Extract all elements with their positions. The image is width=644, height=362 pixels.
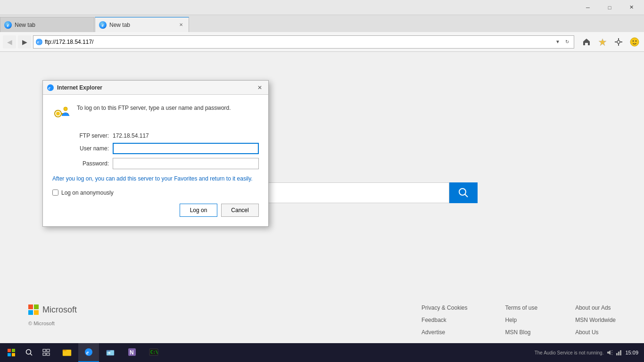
svg-rect-9: [615, 41, 617, 42]
toolbar-right: [580, 35, 641, 49]
tab-2[interactable]: New tab ✕: [95, 17, 189, 32]
svg-rect-30: [43, 349, 46, 352]
svg-text:e: e: [86, 349, 89, 356]
taskbar-onenote[interactable]: N: [122, 343, 142, 362]
home-icon[interactable]: [580, 35, 593, 49]
back-button[interactable]: ◀: [3, 35, 16, 49]
maximize-button[interactable]: □: [599, 0, 620, 15]
taskbar-terminal[interactable]: C:\>: [143, 343, 164, 362]
svg-rect-10: [620, 41, 622, 42]
svg-rect-25: [12, 349, 15, 352]
ie-globe-icon: e: [35, 38, 43, 46]
taskbar-ie[interactable]: e: [78, 343, 99, 362]
svg-line-47: [611, 354, 612, 355]
tools-icon[interactable]: [612, 35, 625, 49]
ftp-server-value: 172.18.54.117: [113, 132, 259, 139]
svg-rect-33: [47, 353, 50, 355]
taskbar-folder[interactable]: [100, 343, 121, 362]
refresh-btn-addr[interactable]: ↻: [562, 37, 572, 47]
svg-point-12: [633, 40, 634, 41]
taskbar-file-explorer[interactable]: [57, 343, 77, 362]
dialog-buttons: Log on Cancel: [52, 204, 259, 217]
svg-line-29: [30, 354, 32, 355]
favorites-icon[interactable]: [596, 35, 609, 49]
svg-text:e: e: [49, 85, 51, 90]
address-dropdown-btn[interactable]: ▼: [553, 37, 562, 47]
svg-rect-39: [107, 350, 110, 352]
password-label: Password:: [52, 160, 109, 167]
ie-tab-icon-1: [4, 21, 12, 29]
taskbar-tray: The Audio Service is not running. 15:09: [531, 349, 642, 356]
svg-line-45: [611, 350, 612, 351]
title-bar-buttons: ─ □ ✕: [577, 0, 642, 15]
svg-rect-27: [12, 353, 15, 356]
address-input[interactable]: [45, 39, 553, 45]
title-bar: ─ □ ✕: [0, 0, 644, 15]
username-input[interactable]: [113, 143, 259, 154]
dialog-checkbox-row: Log on anonymously: [52, 189, 259, 196]
dialog-form: FTP server: 172.18.54.117 User name: Pas…: [52, 132, 259, 169]
tab-bar: New tab New tab ✕: [0, 15, 644, 32]
svg-rect-40: [108, 352, 110, 354]
taskbar-pinned-apps: e N C:\>: [57, 343, 164, 362]
tab-1-label: New tab: [15, 22, 90, 28]
svg-text:e: e: [37, 40, 39, 44]
dialog-note: After you log on, you can add this serve…: [52, 175, 259, 183]
svg-rect-24: [8, 349, 11, 352]
svg-point-13: [636, 40, 636, 41]
logon-button[interactable]: Log on: [180, 204, 217, 217]
username-label: User name:: [52, 145, 109, 152]
dialog-overlay: e Internet Explorer ✕: [0, 52, 644, 343]
svg-point-11: [630, 38, 639, 46]
password-input[interactable]: [113, 158, 259, 169]
ftp-login-dialog: e Internet Explorer ✕: [42, 80, 269, 227]
dialog-ie-icon: e: [47, 84, 54, 91]
toolbar: ◀ ▶ e ▼ ↻: [0, 32, 644, 52]
svg-rect-50: [620, 350, 621, 355]
taskbar: e N C:\>: [0, 343, 644, 362]
ie-tab-icon-2: [99, 21, 107, 29]
content-area: Microsoft © Microsoft Privacy & Cookies …: [0, 52, 644, 343]
svg-point-6: [617, 41, 620, 43]
svg-point-23: [64, 107, 67, 111]
dialog-header: To log on to this FTP server, type a use…: [52, 104, 259, 123]
tab-2-label: New tab: [109, 22, 177, 28]
ftp-server-label: FTP server:: [52, 132, 109, 139]
network-icon: [616, 349, 622, 356]
taskbar-search-button[interactable]: [21, 344, 38, 361]
svg-rect-31: [47, 349, 50, 352]
tray-clock: 15:09: [625, 350, 638, 355]
anonymous-label: Log on anonymously: [61, 189, 114, 196]
svg-text:C:\>: C:\>: [150, 350, 158, 354]
tab-1[interactable]: New tab: [0, 17, 94, 32]
dialog-close-button[interactable]: ✕: [255, 83, 264, 92]
svg-rect-26: [8, 353, 11, 356]
anonymous-checkbox[interactable]: [52, 189, 58, 196]
close-button[interactable]: ✕: [620, 0, 642, 15]
tray-notification-text: The Audio Service is not running.: [535, 350, 604, 355]
svg-rect-49: [618, 352, 619, 355]
smiley-icon[interactable]: [628, 35, 641, 49]
svg-rect-7: [618, 38, 619, 40]
dialog-header-text: To log on to this FTP server, type a use…: [77, 104, 231, 112]
ftp-icon: [52, 104, 71, 123]
svg-text:N: N: [130, 349, 134, 356]
start-button[interactable]: [2, 343, 21, 362]
browser-window: ─ □ ✕ New tab New tab ✕ ◀ ▶: [0, 0, 644, 362]
svg-rect-48: [616, 353, 618, 355]
taskbar-task-view-button[interactable]: [38, 344, 55, 361]
svg-rect-8: [618, 44, 619, 46]
svg-marker-5: [599, 39, 606, 46]
tab-2-close[interactable]: ✕: [177, 21, 185, 29]
minimize-button[interactable]: ─: [577, 0, 599, 15]
dialog-title-bar: e Internet Explorer ✕: [43, 81, 268, 95]
cancel-button[interactable]: Cancel: [221, 204, 259, 217]
address-bar: e ▼ ↻: [33, 35, 574, 49]
svg-rect-32: [43, 353, 46, 355]
svg-rect-35: [63, 350, 66, 351]
dialog-title-text: Internet Explorer: [57, 84, 102, 91]
svg-point-19: [56, 112, 60, 115]
speaker-icon: [606, 349, 613, 356]
forward-button[interactable]: ▶: [18, 35, 31, 49]
dialog-body: To log on to this FTP server, type a use…: [43, 95, 268, 226]
